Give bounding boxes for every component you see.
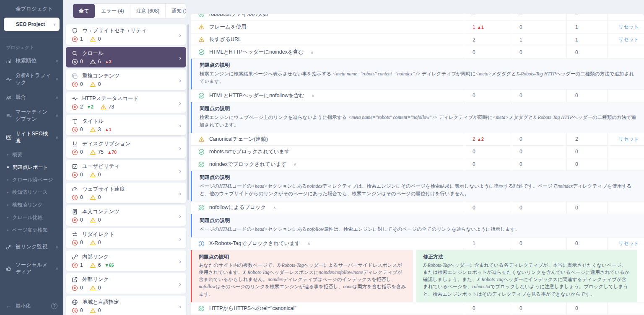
sidebar-subitem[interactable]: クロール済ページ xyxy=(0,173,63,186)
sidebar-item[interactable]: 分析&トラフィック∨ xyxy=(0,68,63,90)
error-count: 0 xyxy=(80,172,83,178)
category-card[interactable]: ウェブサイトセキュリティ 1 0 › xyxy=(66,24,186,45)
sidebar-item-label: サイトSEO検査 xyxy=(16,130,52,145)
issue-row[interactable]: X-Robots-Tagでブロックされています∧ 1 0 0 リセット xyxy=(191,238,644,250)
sidebar-subitem-label: クロール比較 xyxy=(12,214,43,221)
sidebar-subitem[interactable]: ページ変更検知 xyxy=(0,224,63,236)
warning-count: 0 xyxy=(98,36,101,42)
sidebar-item[interactable]: ソーシャルメディア∨ xyxy=(0,258,63,279)
pass-icon xyxy=(198,93,205,99)
category-card[interactable]: 重複コンテンツ 0 0 › xyxy=(66,70,186,90)
filter-tab[interactable]: 通知 (369) xyxy=(165,4,186,18)
pass-icon xyxy=(198,161,205,168)
error-count: 1 xyxy=(80,36,83,42)
pages-count: 1 xyxy=(473,24,475,30)
sidebar-item[interactable]: 競合∨ xyxy=(0,90,63,105)
content-icon xyxy=(72,209,78,215)
issue-row[interactable]: フレームを使用 1▲1 0 1 リセット xyxy=(191,21,644,34)
issue-row[interactable]: noindexでブロックされています∧ 0 0 0 xyxy=(191,158,644,171)
issue-row[interactable]: HTTPからHTTPSへのrel="canonical" 0 0 0 xyxy=(191,302,644,315)
error-count: 0 xyxy=(80,149,83,155)
trend-up-indicator: ▲1 xyxy=(477,25,484,30)
sidebar-subitem[interactable]: クロール比較 xyxy=(0,211,63,224)
category-card[interactable]: ウェブサイト速度 0 0 › xyxy=(66,183,186,203)
description-icon xyxy=(72,141,78,147)
collapse-caret-icon[interactable]: ∧ xyxy=(307,241,310,245)
issue-description: 問題点の説明 ページのHTMLコードの<head>セクションにあるnoindex… xyxy=(191,171,644,202)
trend-up-indicator: ▲2 xyxy=(477,137,484,142)
warning-icon xyxy=(90,81,96,88)
collapse-caret-icon[interactable]: ∧ xyxy=(273,206,276,210)
warning-icon xyxy=(90,240,96,246)
reset-link[interactable]: リセット xyxy=(618,136,639,143)
issue-title: HTTPからHTTPSへのrel="canonical" xyxy=(209,305,296,312)
category-name: ウェブサイトセキュリティ xyxy=(82,27,147,34)
reset-link[interactable]: リセット xyxy=(618,240,639,247)
reset-link[interactable]: リセット xyxy=(618,23,639,31)
reset-link[interactable]: リセット xyxy=(618,36,639,43)
warning-icon xyxy=(90,127,96,133)
error-icon xyxy=(72,59,78,65)
issue-row[interactable]: robots.txtでブロックされています 0 0 0 xyxy=(191,146,644,158)
category-card[interactable]: HTTPステータスコード 2▼2 73 › xyxy=(66,92,186,113)
scrollbar[interactable] xyxy=(187,24,189,200)
sidebar-item-label: 分析&トラフィック xyxy=(16,72,52,86)
issue-row[interactable]: Canonicalチェーン(連鎖) 2▲2 0 2 リセット xyxy=(191,133,644,146)
category-card[interactable]: ディスクリプション 0 75▲70 › xyxy=(66,137,186,158)
pages-count: – xyxy=(473,14,475,18)
category-card[interactable]: タイトル 0 3▲1 › xyxy=(66,115,186,135)
warning-count: 6 xyxy=(98,262,101,268)
issue-row[interactable]: nofollowによるブロック∧ 0 0 0 xyxy=(191,201,644,214)
sidebar-item[interactable]: 検索順位∨ xyxy=(0,54,63,68)
filter-tab[interactable]: 注意 (608) xyxy=(130,4,165,18)
category-name: リダイレクト xyxy=(82,231,114,238)
sidebar-subitem[interactable]: 概要 xyxy=(0,148,63,161)
warning-count: 0 xyxy=(98,194,101,200)
issue-title: HTMLとHTTPヘッダーにnofollowを含む xyxy=(209,92,304,99)
sidebar-subitem[interactable]: 検知済リンク xyxy=(0,199,63,211)
category-card[interactable]: 外部リンク 0 0 › xyxy=(66,273,186,294)
issue-row[interactable]: HTMLとHTTPヘッダーにnoindexを含む∧ 0 0 0 xyxy=(191,46,644,59)
social-icon xyxy=(6,266,12,271)
chevron-down-icon: ∨ xyxy=(53,22,56,26)
collapse-arrow-icon[interactable]: ← xyxy=(6,303,11,309)
category-card[interactable]: 本文コンテンツ 0 0 › xyxy=(66,205,186,226)
filter-tab[interactable]: 全て xyxy=(73,4,95,18)
category-card[interactable]: 地域と言語指定 0 0 › xyxy=(66,296,186,315)
sidebar-item-all-projects[interactable]: 全プロジェクト xyxy=(0,0,63,16)
issue-description-with-fix: 問題点の説明 あなたのサイト内の複数ページで、X-Robots-Tagヘッダーに… xyxy=(191,250,644,302)
chevron-down-icon: ∨ xyxy=(55,96,58,100)
sidebar-item[interactable]: サイトSEO検査∧ xyxy=(0,127,63,148)
category-card[interactable]: クロール 0 6▲3 › xyxy=(66,47,186,67)
sidebar-item[interactable]: 被リンク監視∨ xyxy=(0,240,63,254)
filter-tab[interactable]: エラー (4) xyxy=(95,4,130,18)
warning-icon xyxy=(90,36,96,42)
sidebar-subitem[interactable]: 検知済リソース xyxy=(0,186,63,199)
new-count: 0 xyxy=(566,302,607,315)
pages-count: 1 xyxy=(473,240,475,246)
category-card[interactable]: リダイレクト 0 0 › xyxy=(66,228,186,248)
category-card[interactable]: ユーザビリティ 0 0 › xyxy=(66,160,186,181)
project-name: SEO Project xyxy=(16,21,45,27)
trend-up-indicator: ▲1 xyxy=(104,127,111,132)
issue-row[interactable]: robots.txtファイルの欠如 – – – xyxy=(191,14,644,21)
collapse-caret-icon[interactable]: ∧ xyxy=(312,93,314,98)
new-count: 0 xyxy=(566,46,607,58)
bullet-icon xyxy=(7,230,8,231)
chevron-right-icon: › xyxy=(179,99,181,106)
error-icon xyxy=(72,307,78,314)
issue-row[interactable]: 長すぎるURL 2 1 1 リセット xyxy=(191,34,644,46)
sidebar-subitem[interactable]: 問題点レポート xyxy=(0,161,63,173)
collapse-caret-icon[interactable]: ∧ xyxy=(311,50,314,54)
category-card[interactable]: 内部リンク 1 6▼65 › xyxy=(66,250,186,271)
collapse-caret-icon[interactable]: ∧ xyxy=(294,162,297,166)
pages-count: 0 xyxy=(473,93,475,98)
project-selector[interactable]: SEO Project ∨ xyxy=(4,18,60,31)
issue-row[interactable]: HTMLとHTTPヘッダーにnofollowを含む∧ 0 0 0 xyxy=(191,90,644,102)
description-title: 問題点の説明 xyxy=(199,253,406,261)
chevron-down-icon: ∨ xyxy=(55,245,58,249)
minimize-button[interactable]: 最小化 xyxy=(16,302,31,310)
fix-description: 修正方法 X-Robots-Tagヘッダーに含まれている各ディレクティブが、本当… xyxy=(416,250,637,302)
sidebar-item[interactable]: マーケティングプラン∨ xyxy=(0,105,63,127)
help-icon[interactable]: ? xyxy=(51,303,57,309)
